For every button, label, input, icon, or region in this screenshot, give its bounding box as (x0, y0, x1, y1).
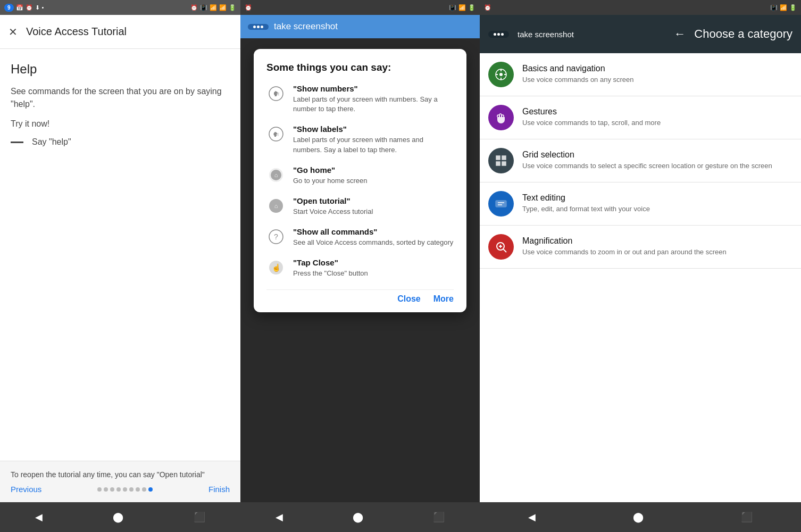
recents-nav-button-3[interactable]: ⬛ (741, 511, 753, 523)
home-nav-button[interactable]: ⬤ (113, 511, 123, 523)
pill-dot-3b (497, 33, 500, 36)
category-item-text[interactable]: Text editing Type, edit, and format text… (480, 182, 801, 226)
time2-icon: ⏰ (245, 4, 252, 11)
back-arrow-button[interactable]: ← (674, 27, 686, 41)
download-icon: ⬇ (35, 4, 40, 11)
gestures-name: Gestures (522, 107, 661, 117)
svg-rect-21 (496, 162, 500, 165)
close-dialog-button[interactable]: Close (397, 294, 421, 304)
status-bar-3: ⏰ 📳 📶 🔋 (480, 0, 801, 15)
panel-voice-tutorial: 9 📅 ⏰ ⬇ • ⏰ 📳 📶 📶 🔋 ✕ Voice Access Tutor… (0, 0, 240, 532)
magnification-name: Magnification (522, 236, 727, 246)
category-item-grid[interactable]: Grid selection Use voice commands to sel… (480, 139, 801, 182)
grid-icon-circle (488, 148, 514, 173)
app-header-3: take screenshot ← Choose a category (480, 15, 801, 53)
dialog-actions: Close More (266, 289, 454, 304)
basics-text: Basics and navigation Use voice commands… (522, 64, 634, 85)
svg-rect-23 (496, 201, 506, 207)
dialog-item-content-5: "Show all commands" See all Voice Access… (293, 227, 453, 247)
dot-icon: • (42, 4, 44, 11)
go-home-title: "Go home" (293, 165, 367, 174)
dialog-item-4: ⌂ "Open tutorial" Start Voice Access tut… (266, 196, 454, 217)
svg-line-27 (504, 250, 507, 253)
dialog-item-content-1: "Show numbers" Label parts of your scree… (293, 84, 454, 114)
vibrate2-icon: 📳 (449, 4, 456, 11)
home-nav-button-2[interactable]: ⬤ (353, 511, 363, 523)
time3-icon: ⏰ (484, 4, 491, 11)
app-title: Voice Access Tutorial (26, 26, 127, 38)
header-pill-3 (488, 31, 509, 38)
show-numbers-desc: Label parts of your screen with numbers.… (293, 95, 454, 114)
svg-text:🗣: 🗣 (273, 90, 280, 98)
text-editing-icon-circle (488, 191, 514, 217)
reopen-text: To reopen the tutorial any time, you can… (11, 470, 230, 480)
battery3-icon: 🔋 (789, 4, 797, 11)
finish-button[interactable]: Finish (208, 485, 230, 494)
category-item-gestures[interactable]: Gestures Use voice commands to tap, scro… (480, 96, 801, 139)
dialog-heading: Some things you can say: (266, 62, 454, 73)
recents-nav-button[interactable]: ⬛ (194, 511, 205, 523)
back-nav-button[interactable]: ◀ (35, 511, 43, 523)
panel-categories: ⏰ 📳 📶 🔋 take screenshot ← Choose a categ… (480, 0, 801, 532)
nav-dots (97, 487, 153, 492)
home-nav-button-3[interactable]: ⬤ (633, 511, 644, 523)
wifi3-icon: 📶 (780, 4, 787, 11)
status3-right: 📳 📶 🔋 (770, 4, 797, 11)
dialog-card: Some things you can say: 🗣 "Show numbers… (254, 49, 466, 312)
close-button[interactable]: ✕ (9, 26, 18, 38)
dialog-item-2: 🗣 "Show labels" Label parts of your scre… (266, 124, 454, 154)
dash-icon (11, 142, 23, 143)
dialog-item-content-3: "Go home" Go to your home screen (293, 165, 367, 186)
nav-dot-2 (104, 487, 108, 492)
tap-close-icon: ☝ (266, 258, 286, 277)
basics-desc: Use voice commands on any screen (522, 75, 634, 85)
app-header-tutorial: ✕ Voice Access Tutorial (0, 15, 240, 49)
svg-text:⌂: ⌂ (274, 172, 278, 178)
svg-text:?: ? (274, 232, 278, 241)
gestures-desc: Use voice commands to tap, scroll, and m… (522, 118, 661, 128)
battery2-icon: 🔋 (468, 4, 475, 11)
notification-pill: 9 (4, 4, 14, 12)
back-nav-button-2[interactable]: ◀ (276, 511, 283, 523)
back-nav-button-3[interactable]: ◀ (528, 511, 536, 523)
previous-button[interactable]: Previous (11, 485, 41, 494)
svg-text:🗣: 🗣 (273, 131, 279, 138)
more-dialog-button[interactable]: More (433, 294, 454, 304)
open-tutorial-title: "Open tutorial" (293, 196, 373, 205)
command-text: Say "help" (32, 137, 71, 147)
battery-icon: 🔋 (229, 4, 236, 11)
pill-dot-3a (494, 33, 496, 36)
text-editing-desc: Type, edit, and format text with your vo… (522, 204, 650, 214)
go-home-icon: ⌂ (266, 165, 286, 185)
dialog-item-5: ? "Show all commands" See all Voice Acce… (266, 227, 454, 247)
open-tutorial-icon: ⌂ (266, 196, 286, 215)
show-all-commands-title: "Show all commands" (293, 227, 453, 236)
time-icon: ⏰ (190, 4, 198, 11)
pill-dot-3c (501, 33, 504, 36)
status-right-icons: ⏰ 📳 📶 📶 🔋 (190, 4, 236, 11)
dialog-item-content-2: "Show labels" Label parts of your screen… (293, 124, 454, 154)
show-labels-title: "Show labels" (293, 124, 454, 134)
header-pill-2 (248, 24, 269, 30)
recents-nav-button-2[interactable]: ⬛ (433, 511, 445, 523)
text-editing-name: Text editing (522, 193, 650, 203)
category-item-basics[interactable]: Basics and navigation Use voice commands… (480, 53, 801, 96)
signal-icon: 📶 (219, 4, 227, 11)
navigation-bar-1: ◀ ⬤ ⬛ (0, 502, 240, 532)
svg-rect-20 (502, 156, 506, 160)
svg-text:⌂: ⌂ (274, 203, 278, 209)
open-tutorial-desc: Start Voice Access tutorial (293, 207, 373, 217)
dialog-item-content-4: "Open tutorial" Start Voice Access tutor… (293, 196, 373, 217)
svg-rect-22 (502, 162, 506, 165)
category-item-magnification[interactable]: Magnification Use voice commands to zoom… (480, 226, 801, 269)
navigation-bar-2: ◀ ⬤ ⬛ (240, 502, 480, 532)
wifi2-icon: 📶 (458, 4, 466, 11)
pill-dots-3 (494, 33, 504, 36)
header-title-2: take screenshot (274, 21, 338, 32)
tap-close-title: "Tap Close" (293, 258, 368, 267)
dialog-item-1: 🗣 "Show numbers" Label parts of your scr… (266, 84, 454, 114)
svg-text:☝: ☝ (272, 263, 281, 272)
grid-name: Grid selection (522, 150, 772, 160)
nav-dot-1 (97, 487, 102, 492)
nav-dot-3 (110, 487, 114, 492)
